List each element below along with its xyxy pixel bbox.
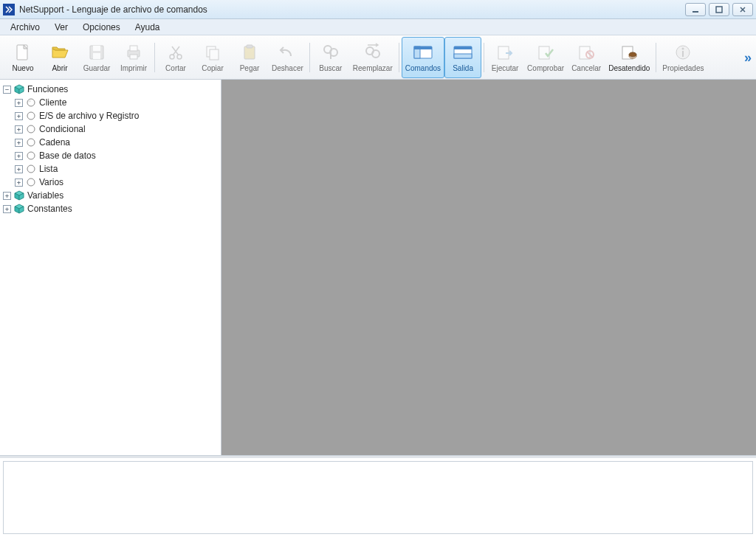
svg-rect-21: [414, 46, 432, 49]
app-icon: [3, 4, 15, 15]
tree-node-constantes[interactable]: + Constantes: [3, 202, 219, 215]
ejecutar-button[interactable]: Ejecutar: [487, 37, 523, 78]
toolbar-overflow-icon[interactable]: »: [744, 49, 752, 65]
tree-label: E/S de archivo y Registro: [39, 111, 139, 121]
commands-panel-icon: [413, 42, 433, 63]
deshacer-button[interactable]: Deshacer: [268, 37, 307, 78]
svg-point-34: [682, 48, 684, 50]
replace-icon: [362, 42, 383, 63]
tree-node-varios[interactable]: + Varios: [15, 176, 219, 189]
output-panel: [0, 456, 756, 537]
tree-label: Constantes: [27, 204, 72, 214]
salida-button[interactable]: Salida: [444, 37, 481, 78]
tree-node-funciones[interactable]: − Funciones: [3, 83, 219, 96]
cancelar-button[interactable]: Cancelar: [568, 37, 605, 78]
content-panel: [221, 80, 756, 455]
sphere-icon: [26, 137, 36, 148]
abrir-button[interactable]: Abrir: [41, 37, 78, 78]
check-icon: [535, 42, 556, 63]
tree-node-cliente[interactable]: + Cliente: [15, 96, 219, 109]
expand-icon[interactable]: +: [15, 152, 23, 160]
guardar-button[interactable]: Guardar: [78, 37, 115, 78]
tree-node-basedatos[interactable]: + Base de datos: [15, 149, 219, 162]
svg-rect-7: [130, 46, 137, 51]
tree-label: Condicional: [39, 124, 86, 134]
tree-node-cadena[interactable]: + Cadena: [15, 136, 219, 149]
toolbar-separator: [484, 43, 484, 72]
expand-icon[interactable]: +: [3, 205, 11, 213]
folder-open-icon: [49, 42, 70, 63]
sphere-icon: [26, 150, 36, 161]
tree-panel[interactable]: − Funciones + Cliente + E/S: [0, 80, 221, 455]
close-button[interactable]: [732, 3, 753, 16]
tree-label: Cliente: [39, 97, 66, 108]
comprobar-button[interactable]: Comprobar: [523, 37, 568, 78]
nuevo-button[interactable]: Nuevo: [4, 37, 41, 78]
pegar-button[interactable]: Pegar: [231, 37, 268, 78]
menu-ver[interactable]: Ver: [49, 21, 74, 34]
tree-label: Variables: [27, 190, 63, 201]
sphere-icon: [26, 164, 36, 174]
svg-rect-0: [693, 11, 698, 13]
expand-icon[interactable]: +: [15, 99, 23, 107]
print-icon: [123, 42, 144, 63]
buscar-button[interactable]: Buscar: [312, 37, 349, 78]
tree-node-es-archivo[interactable]: + E/S de archivo y Registro: [15, 109, 219, 122]
expand-icon[interactable]: +: [15, 139, 23, 147]
copy-icon: [202, 42, 223, 63]
svg-point-31: [629, 52, 636, 57]
sphere-icon: [26, 97, 36, 108]
expand-icon[interactable]: +: [15, 179, 23, 187]
output-panel-icon: [453, 42, 473, 63]
toolbar-separator: [399, 43, 399, 72]
propiedades-button[interactable]: Propiedades: [659, 37, 707, 78]
copiar-button[interactable]: Copiar: [194, 37, 231, 78]
menu-ayuda[interactable]: Ayuda: [129, 21, 166, 34]
properties-icon: [673, 42, 693, 63]
cancel-icon: [576, 42, 597, 63]
tree-label: Base de datos: [39, 150, 96, 161]
desatendido-button[interactable]: Desatendido: [605, 37, 653, 78]
cortar-button[interactable]: Cortar: [157, 37, 194, 78]
minimize-button[interactable]: [685, 3, 706, 16]
svg-rect-1: [716, 7, 722, 13]
sphere-icon: [26, 177, 36, 187]
svg-point-39: [27, 139, 35, 146]
expand-icon[interactable]: +: [15, 112, 23, 120]
comandos-button[interactable]: Comandos: [402, 37, 444, 78]
svg-rect-12: [210, 49, 219, 60]
tree-node-condicional[interactable]: + Condicional: [15, 122, 219, 136]
sphere-icon: [26, 111, 36, 121]
unattended-icon: [619, 42, 639, 63]
run-icon: [495, 42, 515, 63]
reemplazar-button[interactable]: Reemplazar: [349, 37, 396, 78]
menu-archivo[interactable]: Archivo: [4, 21, 46, 34]
sphere-icon: [26, 124, 36, 134]
expand-icon[interactable]: +: [15, 165, 23, 173]
file-new-icon: [13, 42, 33, 63]
svg-point-41: [27, 165, 35, 173]
expand-icon[interactable]: +: [3, 192, 11, 200]
tree-label: Funciones: [27, 84, 68, 94]
window-title: NetSupport - Lenguaje de archivo de coma…: [19, 4, 207, 15]
expand-icon[interactable]: +: [15, 125, 23, 134]
svg-rect-24: [454, 46, 472, 49]
tree-node-variables[interactable]: + Variables: [3, 189, 219, 202]
svg-point-36: [28, 100, 31, 103]
output-textarea[interactable]: [3, 461, 753, 534]
svg-point-38: [27, 125, 35, 133]
undo-icon: [277, 42, 298, 63]
imprimir-button[interactable]: Imprimir: [115, 37, 152, 78]
toolbar: Nuevo Abrir Guardar Imprimir Cortar Copi…: [0, 35, 756, 80]
svg-rect-8: [130, 55, 137, 59]
menu-opciones[interactable]: Opciones: [77, 21, 126, 34]
cube-icon: [14, 84, 24, 94]
tree-node-lista[interactable]: + Lista: [15, 162, 219, 176]
svg-point-40: [27, 152, 35, 159]
svg-rect-5: [93, 53, 100, 59]
maximize-button[interactable]: [709, 3, 729, 16]
collapse-icon[interactable]: −: [3, 86, 11, 94]
cube-icon: [14, 204, 24, 214]
svg-rect-14: [247, 45, 252, 48]
svg-point-9: [170, 55, 174, 59]
